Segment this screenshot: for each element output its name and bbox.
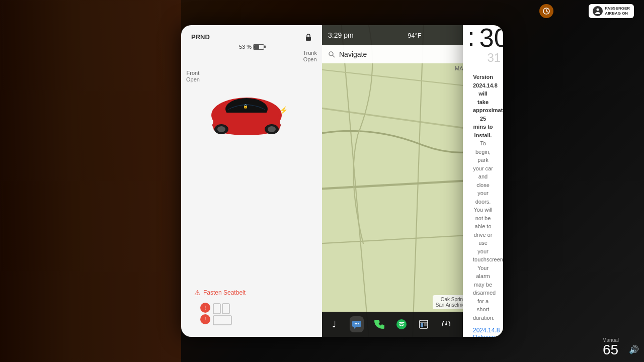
seatbelt-badge-2: ! — [200, 314, 210, 324]
trunk-open-label: Trunk Open — [303, 50, 317, 63]
car-illustration: ⚡ 🔒 — [196, 65, 297, 145]
battery-percent: 53 % — [239, 44, 252, 50]
warning-area: ⚠ Fasten Seatbelt ! ! — [186, 281, 317, 332]
svg-rect-12 — [213, 316, 231, 325]
fasten-seatbelt-warning: ⚠ Fasten Seatbelt — [190, 285, 313, 301]
svg-point-22 — [329, 52, 333, 56]
release-notes-link[interactable]: 2024.14.8 Release Notes — [473, 327, 493, 337]
steering-taskbar-icon[interactable] — [439, 316, 454, 332]
time-picker: 11 12 1 : 29 30 31 am — [473, 25, 493, 65]
minute-digit[interactable]: 30 — [479, 25, 503, 51]
warning-triangle-icon: ⚠ — [194, 289, 201, 297]
prnd-bar: PRND — [186, 30, 317, 44]
modal-overlay: ✕ Software Update 11 12 1 : — [463, 45, 503, 312]
svg-point-5 — [217, 126, 225, 132]
fasten-seatbelt-text: Fasten Seatbelt — [203, 289, 246, 296]
time-colon: : — [467, 25, 474, 52]
seat-diagram: ! ! — [200, 303, 210, 328]
chat-taskbar-icon[interactable] — [350, 316, 364, 332]
svg-line-23 — [333, 55, 335, 57]
description-bold: Version 2024.14.8 will take approximatel… — [473, 74, 503, 138]
phone-taskbar-icon[interactable] — [372, 316, 386, 332]
volume-icon[interactable]: 🔊 — [629, 345, 639, 354]
minute-column[interactable]: 29 30 31 — [479, 25, 503, 65]
navigate-label: Navigate — [339, 50, 367, 58]
svg-point-33 — [355, 323, 356, 324]
left-panel: PRND 53 % Trunk Open — [181, 25, 322, 337]
hour-digit[interactable]: 12 — [463, 25, 463, 51]
person-icon — [593, 6, 603, 16]
clock-indicator-icon — [539, 4, 553, 18]
battery-bar: 53 % — [239, 44, 264, 50]
seatbelt-icons-row: ! ! — [200, 303, 313, 328]
seat-layout-icon — [212, 303, 232, 328]
prnd-label: PRND — [191, 33, 210, 41]
description-rest: To begin, park your car and close your d… — [473, 140, 503, 321]
search-icon — [328, 51, 335, 58]
svg-rect-11 — [222, 304, 229, 314]
map-area: MANOR 3:29 pm 94°F Ezra Navigate — [322, 25, 503, 337]
svg-point-7 — [268, 126, 276, 132]
modal-description: Version 2024.14.8 will take approximatel… — [473, 73, 493, 322]
svg-point-43 — [445, 323, 447, 325]
browser-taskbar-icon[interactable] — [417, 316, 431, 332]
airbag-indicator: PASSENGERAIRBAG ON — [589, 4, 634, 18]
tesla-screen: PRND 53 % Trunk Open — [181, 25, 503, 337]
seatbelt-badge-1: ! — [200, 303, 210, 313]
car-view-area: Trunk Open Front Open — [186, 50, 317, 180]
speed-number: 65 — [602, 343, 619, 357]
software-update-modal: ✕ Software Update 11 12 1 : — [463, 25, 503, 337]
lock-icon — [305, 34, 312, 41]
status-time: 3:29 pm — [328, 31, 354, 39]
svg-text:🔒: 🔒 — [243, 104, 248, 109]
status-temperature: 94°F — [408, 32, 422, 39]
svg-line-48 — [546, 11, 548, 12]
lock-area — [305, 34, 312, 41]
svg-point-36 — [396, 319, 407, 329]
hour-column[interactable]: 11 12 1 — [463, 25, 463, 65]
car-interior-bg — [0, 0, 181, 362]
modal-body: 11 12 1 : 29 30 31 am — [463, 25, 503, 337]
svg-rect-39 — [421, 323, 423, 327]
minute-next[interactable]: 31 — [487, 51, 501, 65]
svg-rect-10 — [213, 304, 220, 314]
music-icon[interactable]: ♩ — [327, 316, 342, 332]
airbag-label: PASSENGERAIRBAG ON — [605, 6, 630, 16]
car-status-area: Trunk Open Front Open — [186, 50, 317, 332]
svg-text:⚡: ⚡ — [279, 106, 288, 115]
speed-display-area: Manual 65 — [602, 337, 619, 357]
battery-icon — [253, 44, 264, 50]
svg-point-34 — [356, 323, 357, 324]
svg-point-35 — [358, 323, 359, 324]
svg-point-49 — [597, 9, 599, 11]
spotify-taskbar-icon[interactable] — [394, 316, 409, 332]
svg-rect-0 — [306, 37, 311, 41]
battery-fill — [254, 45, 259, 49]
